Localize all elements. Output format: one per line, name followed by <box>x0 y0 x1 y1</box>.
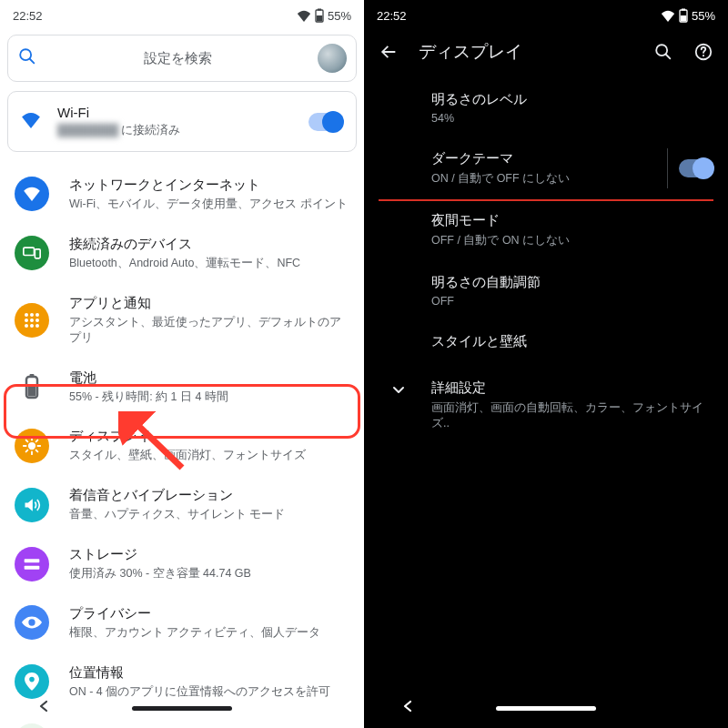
nav-back-icon[interactable] <box>401 700 414 716</box>
storage-icon <box>15 547 49 581</box>
status-time: 22:52 <box>13 9 43 23</box>
svg-point-14 <box>30 324 34 328</box>
svg-point-38 <box>703 55 704 56</box>
page-title: ディスプレイ <box>419 40 633 64</box>
display-dark-pane: 22:52 55% ディスプレイ 明るさのレベル 54% ダークテーマ ON /… <box>364 0 728 728</box>
wifi-sub: ████████ に接続済み <box>57 123 292 138</box>
search-icon <box>17 46 37 70</box>
wifi-icon <box>21 112 41 132</box>
svg-point-30 <box>30 622 34 625</box>
row-night-mode[interactable]: 夜間モード OFF / 自動で ON にしない <box>364 199 728 261</box>
row-privacy[interactable]: プライバシー権限、アカウント アクティビティ、個人データ <box>0 593 364 652</box>
wifi-icon <box>661 10 675 22</box>
wifi-toggle[interactable] <box>308 113 343 131</box>
brightness-icon <box>15 429 49 463</box>
nav-home-pill[interactable] <box>496 706 596 711</box>
row-style-wallpaper[interactable]: スタイルと壁紙 <box>364 320 728 367</box>
row-auto-brightness[interactable]: 明るさの自動調節 OFF <box>364 261 728 320</box>
wifi-icon <box>15 177 49 211</box>
row-sound[interactable]: 着信音とバイブレーション音量、ハプティクス、サイレント モード <box>0 475 364 534</box>
row-dark-theme[interactable]: ダークテーマ ON / 自動で OFF にしない <box>364 137 728 199</box>
wifi-title: Wi-Fi <box>57 105 292 120</box>
nav-bar <box>0 688 364 728</box>
wifi-icon <box>297 10 311 22</box>
svg-line-36 <box>666 55 671 59</box>
divider <box>667 148 668 188</box>
wifi-card[interactable]: Wi-Fi ████████ に接続済み <box>7 91 357 152</box>
svg-point-7 <box>25 313 28 317</box>
svg-line-25 <box>36 450 38 451</box>
svg-line-24 <box>26 440 28 441</box>
row-apps-notifications[interactable]: アプリと通知アシスタント、最近使ったアプリ、デフォルトのアプリ <box>0 283 364 358</box>
nav-bar <box>364 688 728 728</box>
svg-point-12 <box>35 318 39 322</box>
row-network[interactable]: ネットワークとインターネットWi-Fi、モバイル、データ使用量、アクセス ポイン… <box>0 165 364 224</box>
svg-rect-6 <box>35 249 40 258</box>
battery-icon <box>679 8 688 23</box>
svg-rect-2 <box>317 15 322 21</box>
svg-rect-18 <box>28 385 36 397</box>
row-display[interactable]: ディスプレイスタイル、壁紙、画面消灯、フォントサイズ <box>0 416 364 475</box>
svg-rect-28 <box>25 559 40 562</box>
dark-theme-toggle[interactable] <box>679 159 713 177</box>
svg-line-4 <box>30 59 35 64</box>
svg-rect-1 <box>318 9 321 11</box>
display-header: ディスプレイ <box>364 31 728 78</box>
settings-list: ネットワークとインターネットWi-Fi、モバイル、データ使用量、アクセス ポイン… <box>0 165 364 728</box>
status-icons: 55% <box>661 8 715 23</box>
status-battery-pct: 55% <box>692 9 715 23</box>
nav-home-pill[interactable] <box>132 706 232 711</box>
privacy-eye-icon <box>15 605 49 640</box>
help-icon[interactable] <box>693 42 713 62</box>
battery-icon <box>315 8 324 23</box>
svg-rect-33 <box>682 9 685 11</box>
svg-rect-29 <box>25 565 40 569</box>
volume-icon <box>15 488 49 522</box>
battery-icon <box>15 369 49 404</box>
back-icon[interactable] <box>379 42 399 62</box>
svg-point-15 <box>35 324 39 328</box>
row-connected-devices[interactable]: 接続済みのデバイスBluetooth、Android Auto、運転モード、NF… <box>0 224 364 283</box>
svg-point-19 <box>28 442 35 450</box>
status-bar: 22:52 55% <box>364 0 728 31</box>
row-advanced[interactable]: 詳細設定 画面消灯、画面の自動回転、カラー、フォントサイズ.. <box>364 367 728 444</box>
svg-rect-5 <box>24 248 35 255</box>
status-battery-pct: 55% <box>328 9 351 23</box>
apps-icon <box>15 303 49 338</box>
svg-point-8 <box>30 313 34 317</box>
svg-point-9 <box>35 313 39 317</box>
settings-search-bar[interactable]: 設定を検索 <box>7 35 357 82</box>
avatar[interactable] <box>318 44 347 73</box>
chevron-down-icon <box>391 383 406 401</box>
settings-light-pane: 22:52 55% 設定を検索 Wi-Fi ████████ に接続済み ネット… <box>0 0 364 728</box>
svg-point-10 <box>25 318 28 322</box>
row-battery[interactable]: 電池55% - 残り時間: 約 1 日 4 時間 <box>0 358 364 417</box>
search-icon[interactable] <box>653 42 673 62</box>
svg-line-27 <box>36 440 38 441</box>
svg-line-26 <box>26 450 28 451</box>
devices-icon <box>15 236 49 270</box>
status-bar: 22:52 55% <box>0 0 364 31</box>
row-storage[interactable]: ストレージ使用済み 30% - 空き容量 44.74 GB <box>0 534 364 593</box>
svg-point-11 <box>30 318 34 322</box>
status-icons: 55% <box>297 8 351 23</box>
search-placeholder: 設定を検索 <box>50 50 305 67</box>
nav-back-icon[interactable] <box>37 700 50 716</box>
status-time: 22:52 <box>377 9 407 23</box>
svg-point-13 <box>25 324 28 328</box>
row-brightness-level[interactable]: 明るさのレベル 54% <box>364 78 728 137</box>
svg-rect-34 <box>681 15 686 21</box>
svg-rect-17 <box>30 374 35 378</box>
